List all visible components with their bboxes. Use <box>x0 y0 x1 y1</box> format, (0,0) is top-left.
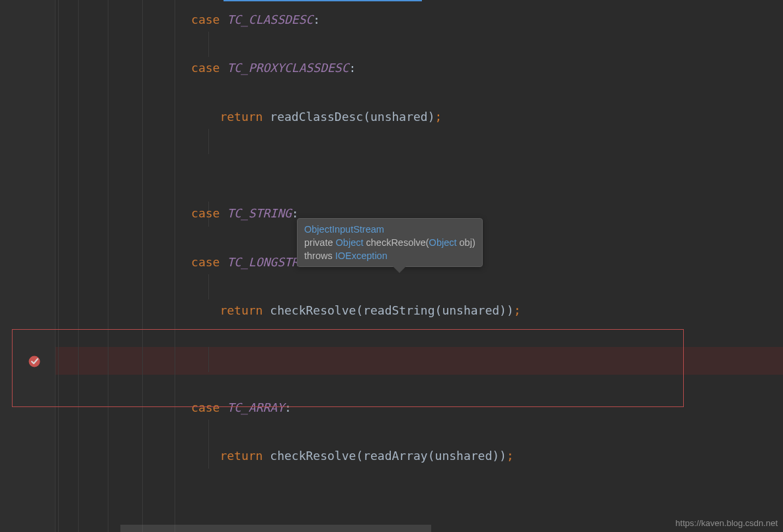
quickdoc-tooltip: ObjectInputStream private Object checkRe… <box>297 218 483 267</box>
const-tc-array: TC_ARRAY <box>227 400 284 414</box>
keyword-case: case <box>191 255 220 269</box>
editor-root: case TC_CLASSDESC: case TC_PROXYCLASSDES… <box>0 0 783 532</box>
gutter[interactable] <box>0 0 56 532</box>
tooltip-type-link[interactable]: Object <box>336 237 364 248</box>
keyword-return: return <box>220 303 263 317</box>
keyword-return: return <box>220 449 263 463</box>
const-tc-classdesc: TC_CLASSDESC <box>227 13 313 26</box>
tooltip-type-link[interactable]: Object <box>429 237 457 248</box>
svg-point-0 <box>29 356 40 367</box>
watermark-text: https://kaven.blog.csdn.net <box>675 518 778 528</box>
keyword-case: case <box>191 61 220 75</box>
horizontal-scrollbar[interactable] <box>120 525 431 532</box>
code-panel[interactable]: case TC_CLASSDESC: case TC_PROXYCLASSDES… <box>56 0 783 532</box>
tooltip-type-link[interactable]: IOException <box>335 250 388 261</box>
call-checkresolve-readarray: checkResolve(readArray(unshared)) <box>270 449 507 463</box>
keyword-case: case <box>191 400 220 414</box>
call-checkresolve-readstring: checkResolve(readString(unshared)) <box>270 303 513 317</box>
keyword-return: return <box>220 110 263 124</box>
const-tc-string: TC_STRING <box>227 206 292 220</box>
call-readclassdesc: readClassDesc(unshared) <box>270 110 434 124</box>
keyword-case: case <box>191 206 220 220</box>
breakpoint-icon[interactable] <box>28 354 41 367</box>
tooltip-class-link[interactable]: ObjectInputStream <box>304 224 384 235</box>
const-tc-proxyclassdesc: TC_PROXYCLASSDESC <box>227 61 349 75</box>
keyword-case: case <box>191 13 220 26</box>
